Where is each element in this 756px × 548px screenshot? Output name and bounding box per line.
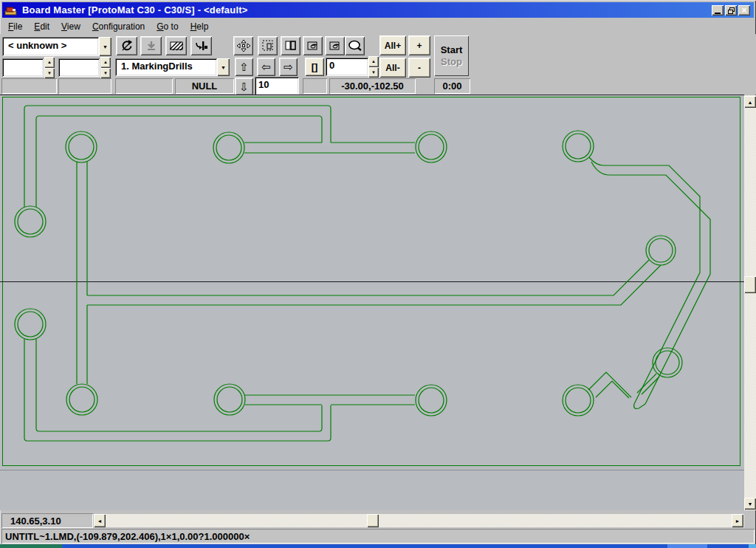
taskbar-edge-segment: [707, 544, 749, 548]
move-tool-button[interactable]: [233, 36, 253, 55]
spin-down-icon[interactable]: ▼: [368, 67, 379, 78]
move-right-button[interactable]: ⇨: [279, 58, 298, 76]
elapsed-time-cell: 0:00: [434, 78, 470, 94]
left-arrow-icon: ⇦: [261, 61, 271, 72]
zoom-tool-button[interactable]: [345, 36, 365, 55]
y-coordinate-field[interactable]: [58, 58, 100, 77]
selection-rect-icon: [261, 39, 275, 52]
scroll-left-button[interactable]: ◄: [94, 514, 106, 527]
menu-edit[interactable]: Edit: [28, 20, 55, 33]
board-master-window: { "window": { "title": "Board Master [Pr…: [0, 0, 756, 548]
menu-bar: File Edit View Configuration Go to Help: [2, 19, 754, 34]
count-field[interactable]: 0: [326, 58, 368, 76]
tool-down-button[interactable]: [190, 36, 212, 55]
pcb-drawing: [0, 95, 744, 510]
down-arrow-icon: ⇩: [239, 81, 249, 92]
chevron-down-icon[interactable]: ▼: [217, 58, 230, 76]
stop-label: Stop: [441, 56, 462, 68]
all-minus-button[interactable]: All-: [379, 58, 406, 78]
start-label: Start: [441, 44, 463, 56]
all-plus-button[interactable]: All+: [379, 35, 406, 55]
magnifier-icon: [348, 40, 362, 52]
minimize-button[interactable]: [712, 5, 724, 16]
menu-goto[interactable]: Go to: [151, 20, 184, 33]
status-cell-3: [115, 78, 173, 94]
phase-combobox[interactable]: < unknown > ▼: [2, 37, 111, 56]
move-up-button[interactable]: ⇧: [235, 58, 253, 76]
scroll-down-icon: ▼: [748, 501, 753, 507]
move-icon: [236, 39, 251, 52]
x-coordinate-field[interactable]: [2, 58, 44, 77]
move-left-button[interactable]: ⇦: [257, 58, 275, 76]
duplicate2-tool-button[interactable]: [325, 36, 345, 55]
phase-combobox-value: < unknown >: [2, 37, 99, 56]
window-title: Board Master [ProtoMat C30 - C30/S] - <d…: [22, 4, 248, 16]
up-arrow-icon: ⇧: [239, 61, 249, 72]
close-icon: ×: [741, 7, 746, 14]
cursor-position-cell: 140.65,3.10: [1, 513, 93, 528]
vertical-scrollbar[interactable]: ▲ ▼: [744, 95, 756, 510]
start-stop-button[interactable]: Start Stop: [434, 35, 469, 76]
scroll-left-icon: ◄: [97, 518, 103, 524]
taskbar-edge-segment: [667, 544, 707, 548]
page-turn2-icon: [329, 40, 342, 52]
file-status-text: UNTITL~1.LMD,(-109.879,202.406),1×1,0.00…: [5, 531, 250, 542]
tool-status-cell: NULL: [175, 78, 234, 94]
page-turn-icon: [306, 40, 320, 52]
title-bar[interactable]: Board Master [ProtoMat C30 - C30/S] - <d…: [2, 2, 754, 18]
minus-button[interactable]: -: [408, 58, 430, 78]
horizontal-scrollbar[interactable]: ◄ ►: [94, 514, 744, 527]
menu-view[interactable]: View: [55, 20, 86, 33]
close-button[interactable]: ×: [738, 5, 750, 16]
select-area-button[interactable]: [258, 36, 278, 55]
spin-up-icon[interactable]: ▲: [44, 57, 55, 68]
x-spinner[interactable]: ▲ ▼: [44, 57, 55, 78]
chevron-down-icon[interactable]: ▼: [99, 37, 111, 56]
download-icon: [145, 40, 157, 52]
taskbar-edge-segment: [62, 544, 667, 548]
spin-up-icon[interactable]: ▲: [100, 57, 111, 68]
spin-down-icon[interactable]: ▼: [100, 68, 111, 79]
restore-button[interactable]: [725, 5, 737, 16]
toolbar: < unknown > ▼: [0, 34, 756, 95]
step-field[interactable]: 10: [255, 77, 299, 95]
minimize-icon: [715, 13, 721, 14]
menu-file[interactable]: File: [2, 20, 28, 33]
duplicate-tool-button[interactable]: [303, 36, 323, 55]
menu-help[interactable]: Help: [185, 20, 215, 33]
taskbar-edge-strip: [0, 544, 756, 548]
scroll-up-button[interactable]: ▲: [744, 96, 756, 108]
rubout-tool-button[interactable]: [165, 36, 187, 55]
rotate-icon: [120, 39, 134, 52]
rotate-tool-button[interactable]: [116, 36, 137, 55]
scroll-up-icon: ▲: [748, 100, 753, 105]
bracket-select-button[interactable]: []: [305, 58, 324, 76]
send-data-button-disabled[interactable]: [140, 36, 162, 55]
vertical-scroll-thumb[interactable]: [744, 276, 756, 293]
app-icon: [4, 5, 18, 16]
spin-down-icon[interactable]: ▼: [44, 68, 55, 79]
status-cell-2: [58, 78, 111, 94]
hatch-icon: [170, 41, 183, 51]
scroll-right-button[interactable]: ►: [732, 514, 743, 527]
plotter-head-icon: [195, 40, 208, 52]
status-cell-1: [1, 78, 57, 94]
plus-button[interactable]: +: [408, 35, 430, 55]
scroll-down-button[interactable]: ▼: [744, 498, 756, 510]
horizontal-scroll-thumb[interactable]: [367, 514, 379, 527]
scroll-right-icon: ►: [735, 518, 740, 524]
y-spinner[interactable]: ▲ ▼: [100, 57, 111, 78]
right-arrow-icon: ⇨: [284, 61, 293, 72]
menu-configuration[interactable]: Configuration: [86, 20, 151, 33]
head-position-cell: -30.00,-102.50: [329, 78, 416, 94]
move-down-button[interactable]: ⇩: [235, 78, 253, 95]
spin-up-icon[interactable]: ▲: [368, 56, 379, 67]
mirror-tool-button[interactable]: [281, 36, 300, 55]
production-phase-value: 1. MarkingDrills: [115, 58, 217, 76]
status-cell-4: [303, 78, 327, 94]
mirror-panes-icon: [284, 40, 298, 52]
pcb-workspace[interactable]: [0, 95, 744, 510]
status-bar: UNTITL~1.LMD,(-109.879,202.406),1×1,0.00…: [1, 529, 755, 544]
count-spinner[interactable]: ▲ ▼: [368, 56, 379, 78]
production-phase-combobox[interactable]: 1. MarkingDrills ▼: [115, 58, 230, 76]
